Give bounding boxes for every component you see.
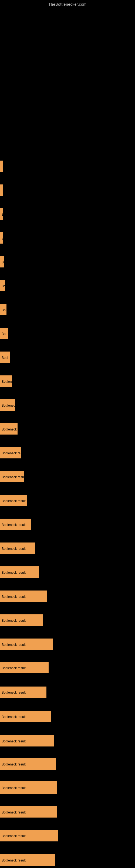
bottleneck-result-item: Bottleneck result: [0, 566, 39, 578]
bottleneck-result-item: Bottlenec: [0, 399, 15, 411]
bottleneck-result-item: Bottlen: [0, 375, 12, 387]
bottleneck-result-item: Bottleneck result: [0, 686, 46, 698]
bottleneck-result-item: Bottleneck: [0, 423, 17, 435]
bottleneck-result-item: Bottleneck result: [0, 758, 56, 770]
bottleneck-result-item: Bottleneck result: [0, 495, 27, 506]
site-title: TheBottlenecker.com: [0, 0, 135, 6]
bottleneck-result-item: B: [0, 232, 3, 244]
bottleneck-result-item: |: [0, 161, 3, 172]
bottleneck-result-item: Bo: [0, 280, 5, 291]
bottleneck-result-item: |: [0, 184, 3, 196]
bottleneck-result-item: Bottleneck result: [0, 590, 47, 602]
bottleneck-result-item: Bottleneck result: [0, 854, 55, 866]
bottleneck-result-item: Bottleneck res: [0, 447, 21, 458]
bottleneck-result-item: Bottleneck result: [0, 519, 31, 530]
bottleneck-result-item: Bottleneck result: [0, 711, 51, 722]
bottleneck-result-item: Bo: [0, 304, 6, 315]
bottleneck-result-item: Bottleneck result: [0, 614, 43, 626]
bottleneck-result-item: Bottleneck result: [0, 639, 53, 650]
bottleneck-result-item: Bottl: [0, 351, 10, 363]
bottleneck-result-item: B: [0, 208, 3, 220]
bottleneck-result-item: Bo: [0, 328, 8, 339]
bottleneck-result-item: Bottleneck result: [0, 471, 24, 482]
bottleneck-result-item: Bottleneck result: [0, 830, 58, 841]
bottleneck-result-item: Bottleneck result: [0, 542, 35, 554]
bottleneck-result-item: Bottleneck result: [0, 662, 49, 673]
bottleneck-result-item: Bottleneck result: [0, 806, 57, 817]
bottleneck-result-item: Bottleneck result: [0, 735, 54, 746]
bottleneck-result-item: Bottleneck result: [0, 781, 57, 794]
bottleneck-result-item: B: [0, 256, 4, 268]
